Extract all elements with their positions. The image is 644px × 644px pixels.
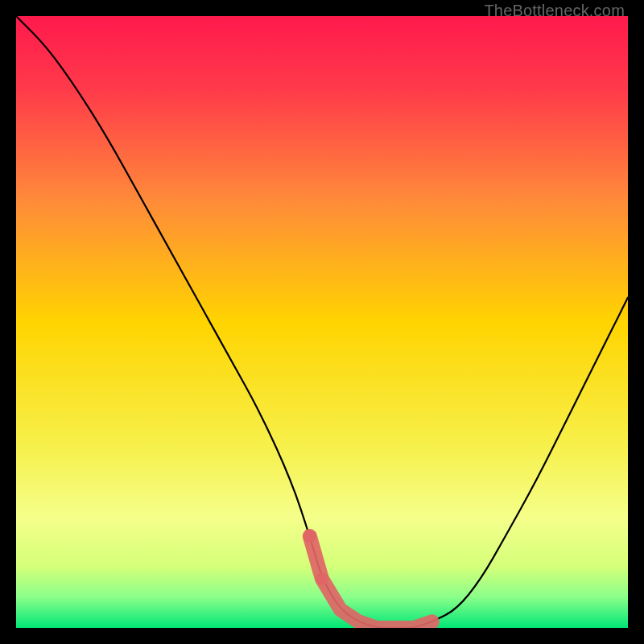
bottleneck-chart [16, 16, 628, 628]
gradient-background [16, 16, 628, 628]
highlight-dot [316, 572, 328, 585]
chart-frame: TheBottleneck.com [0, 0, 644, 644]
highlight-dot [303, 530, 316, 543]
